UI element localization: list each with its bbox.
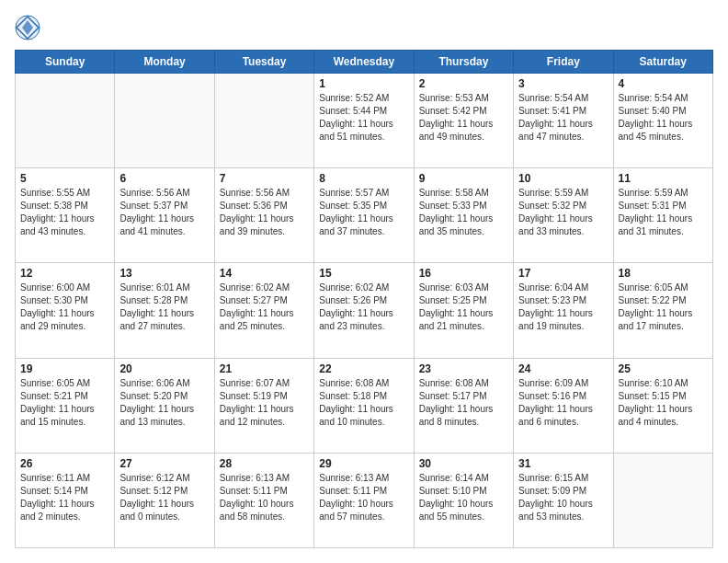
day-info: Sunrise: 5:59 AM Sunset: 5:32 PM Dayligh… — [518, 187, 608, 238]
calendar-cell: 3Sunrise: 5:54 AM Sunset: 5:41 PM Daylig… — [514, 74, 613, 168]
day-number: 13 — [119, 267, 209, 280]
day-number: 2 — [419, 77, 508, 90]
calendar-cell: 11Sunrise: 5:59 AM Sunset: 5:31 PM Dayli… — [613, 168, 712, 263]
weekday-header: Sunday — [16, 51, 115, 74]
calendar-week-row: 19Sunrise: 6:05 AM Sunset: 5:21 PM Dayli… — [16, 358, 713, 453]
day-number: 15 — [319, 267, 408, 280]
day-info: Sunrise: 6:07 AM Sunset: 5:19 PM Dayligh… — [220, 377, 309, 429]
calendar-cell: 19Sunrise: 6:05 AM Sunset: 5:21 PM Dayli… — [16, 358, 115, 453]
day-number: 6 — [119, 172, 209, 185]
day-info: Sunrise: 5:58 AM Sunset: 5:33 PM Dayligh… — [419, 187, 508, 238]
day-info: Sunrise: 6:09 AM Sunset: 5:16 PM Dayligh… — [518, 377, 608, 429]
weekday-header: Thursday — [414, 51, 513, 74]
calendar-cell: 26Sunrise: 6:11 AM Sunset: 5:14 PM Dayli… — [16, 453, 115, 547]
day-info: Sunrise: 5:57 AM Sunset: 5:35 PM Dayligh… — [319, 187, 408, 238]
calendar-cell: 5Sunrise: 5:55 AM Sunset: 5:38 PM Daylig… — [16, 168, 115, 263]
day-number: 16 — [419, 267, 508, 280]
day-number: 20 — [119, 362, 209, 375]
day-number: 31 — [518, 457, 608, 470]
day-info: Sunrise: 6:05 AM Sunset: 5:21 PM Dayligh… — [20, 377, 109, 429]
day-number: 23 — [419, 362, 508, 375]
calendar-cell: 17Sunrise: 6:04 AM Sunset: 5:23 PM Dayli… — [514, 263, 613, 358]
header — [15, 15, 713, 40]
calendar-cell: 24Sunrise: 6:09 AM Sunset: 5:16 PM Dayli… — [514, 358, 613, 453]
weekday-header: Friday — [514, 51, 613, 74]
day-number: 5 — [20, 172, 109, 185]
calendar-cell: 21Sunrise: 6:07 AM Sunset: 5:19 PM Dayli… — [214, 358, 313, 453]
calendar-cell: 15Sunrise: 6:02 AM Sunset: 5:26 PM Dayli… — [314, 263, 414, 358]
day-number: 22 — [319, 362, 408, 375]
logo — [15, 15, 44, 40]
calendar-week-row: 5Sunrise: 5:55 AM Sunset: 5:38 PM Daylig… — [16, 168, 713, 263]
calendar-cell: 31Sunrise: 6:15 AM Sunset: 5:09 PM Dayli… — [514, 453, 613, 547]
calendar: SundayMondayTuesdayWednesdayThursdayFrid… — [15, 50, 713, 548]
day-number: 12 — [20, 267, 109, 280]
calendar-cell: 20Sunrise: 6:06 AM Sunset: 5:20 PM Dayli… — [115, 358, 214, 453]
weekday-header: Tuesday — [214, 51, 313, 74]
calendar-cell — [115, 74, 214, 168]
day-info: Sunrise: 6:00 AM Sunset: 5:30 PM Dayligh… — [20, 282, 109, 333]
calendar-cell: 16Sunrise: 6:03 AM Sunset: 5:25 PM Dayli… — [414, 263, 513, 358]
calendar-cell: 18Sunrise: 6:05 AM Sunset: 5:22 PM Dayli… — [613, 263, 712, 358]
calendar-cell: 30Sunrise: 6:14 AM Sunset: 5:10 PM Dayli… — [414, 453, 513, 547]
day-info: Sunrise: 5:52 AM Sunset: 5:44 PM Dayligh… — [319, 92, 408, 144]
day-number: 8 — [319, 172, 408, 185]
day-number: 17 — [518, 267, 608, 280]
day-number: 25 — [619, 362, 708, 375]
calendar-cell: 25Sunrise: 6:10 AM Sunset: 5:15 PM Dayli… — [613, 358, 712, 453]
page: SundayMondayTuesdayWednesdayThursdayFrid… — [0, 0, 728, 563]
calendar-cell: 29Sunrise: 6:13 AM Sunset: 5:11 PM Dayli… — [314, 453, 414, 547]
calendar-cell: 4Sunrise: 5:54 AM Sunset: 5:40 PM Daylig… — [613, 74, 712, 168]
day-number: 10 — [518, 172, 608, 185]
calendar-cell: 23Sunrise: 6:08 AM Sunset: 5:17 PM Dayli… — [414, 358, 513, 453]
calendar-week-row: 1Sunrise: 5:52 AM Sunset: 5:44 PM Daylig… — [16, 74, 713, 168]
day-info: Sunrise: 6:15 AM Sunset: 5:09 PM Dayligh… — [518, 472, 608, 523]
calendar-cell: 2Sunrise: 5:53 AM Sunset: 5:42 PM Daylig… — [414, 74, 513, 168]
day-number: 14 — [220, 267, 309, 280]
day-number: 30 — [419, 457, 508, 470]
weekday-header: Monday — [115, 51, 214, 74]
day-info: Sunrise: 6:05 AM Sunset: 5:22 PM Dayligh… — [619, 282, 708, 333]
calendar-cell — [16, 74, 115, 168]
day-number: 24 — [518, 362, 608, 375]
day-info: Sunrise: 6:08 AM Sunset: 5:18 PM Dayligh… — [319, 377, 408, 429]
day-info: Sunrise: 5:56 AM Sunset: 5:37 PM Dayligh… — [119, 187, 209, 238]
day-info: Sunrise: 6:02 AM Sunset: 5:26 PM Dayligh… — [319, 282, 408, 333]
weekday-header: Wednesday — [314, 51, 414, 74]
calendar-cell: 13Sunrise: 6:01 AM Sunset: 5:28 PM Dayli… — [115, 263, 214, 358]
day-info: Sunrise: 6:03 AM Sunset: 5:25 PM Dayligh… — [419, 282, 508, 333]
day-info: Sunrise: 6:10 AM Sunset: 5:15 PM Dayligh… — [619, 377, 708, 429]
calendar-cell: 8Sunrise: 5:57 AM Sunset: 5:35 PM Daylig… — [314, 168, 414, 263]
calendar-cell: 14Sunrise: 6:02 AM Sunset: 5:27 PM Dayli… — [214, 263, 313, 358]
day-info: Sunrise: 6:11 AM Sunset: 5:14 PM Dayligh… — [20, 472, 109, 523]
weekday-row: SundayMondayTuesdayWednesdayThursdayFrid… — [16, 51, 713, 74]
day-info: Sunrise: 5:56 AM Sunset: 5:36 PM Dayligh… — [220, 187, 309, 238]
calendar-cell: 10Sunrise: 5:59 AM Sunset: 5:32 PM Dayli… — [514, 168, 613, 263]
calendar-header: SundayMondayTuesdayWednesdayThursdayFrid… — [16, 51, 713, 74]
day-number: 7 — [220, 172, 309, 185]
calendar-cell: 9Sunrise: 5:58 AM Sunset: 5:33 PM Daylig… — [414, 168, 513, 263]
day-number: 21 — [220, 362, 309, 375]
day-info: Sunrise: 6:14 AM Sunset: 5:10 PM Dayligh… — [419, 472, 508, 523]
calendar-week-row: 12Sunrise: 6:00 AM Sunset: 5:30 PM Dayli… — [16, 263, 713, 358]
logo-icon — [15, 15, 40, 40]
day-info: Sunrise: 6:12 AM Sunset: 5:12 PM Dayligh… — [119, 472, 209, 523]
day-info: Sunrise: 6:01 AM Sunset: 5:28 PM Dayligh… — [119, 282, 209, 333]
calendar-cell: 22Sunrise: 6:08 AM Sunset: 5:18 PM Dayli… — [314, 358, 414, 453]
day-number: 29 — [319, 457, 408, 470]
day-number: 18 — [619, 267, 708, 280]
day-info: Sunrise: 5:59 AM Sunset: 5:31 PM Dayligh… — [619, 187, 708, 238]
day-number: 28 — [220, 457, 309, 470]
calendar-cell: 12Sunrise: 6:00 AM Sunset: 5:30 PM Dayli… — [16, 263, 115, 358]
day-info: Sunrise: 6:06 AM Sunset: 5:20 PM Dayligh… — [119, 377, 209, 429]
day-info: Sunrise: 6:02 AM Sunset: 5:27 PM Dayligh… — [220, 282, 309, 333]
day-number: 19 — [20, 362, 109, 375]
day-info: Sunrise: 6:13 AM Sunset: 5:11 PM Dayligh… — [220, 472, 309, 523]
day-info: Sunrise: 5:54 AM Sunset: 5:41 PM Dayligh… — [518, 92, 608, 144]
day-info: Sunrise: 5:55 AM Sunset: 5:38 PM Dayligh… — [20, 187, 109, 238]
day-info: Sunrise: 5:54 AM Sunset: 5:40 PM Dayligh… — [619, 92, 708, 144]
day-info: Sunrise: 5:53 AM Sunset: 5:42 PM Dayligh… — [419, 92, 508, 144]
weekday-header: Saturday — [613, 51, 712, 74]
calendar-cell: 6Sunrise: 5:56 AM Sunset: 5:37 PM Daylig… — [115, 168, 214, 263]
day-number: 26 — [20, 457, 109, 470]
